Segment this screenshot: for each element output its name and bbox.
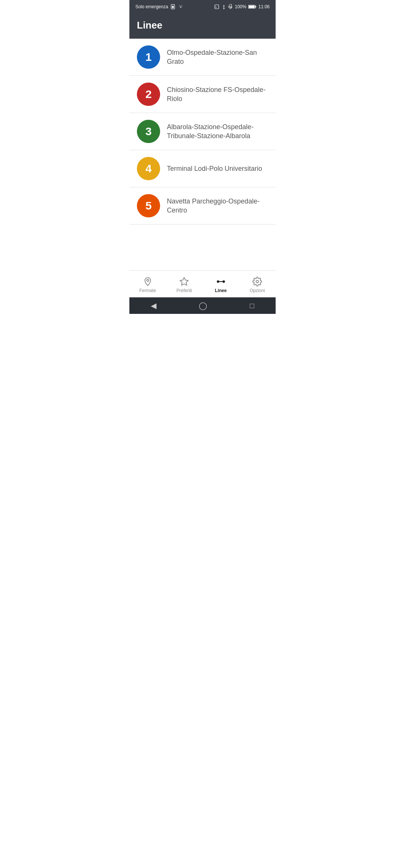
emergency-text: Solo emergenza: [135, 4, 168, 9]
nfc-icon: N: [214, 4, 219, 9]
line-name-4: Terminal Lodi-Polo Universitario: [167, 164, 262, 173]
bottom-nav: Fermate Preferiti Linee Opzioni: [129, 270, 276, 297]
star-icon: [179, 277, 189, 286]
sim-icon: [170, 4, 176, 9]
nav-linee[interactable]: Linee: [202, 276, 239, 293]
line-badge-5: 5: [137, 194, 160, 217]
svg-rect-1: [172, 6, 174, 8]
svg-point-7: [147, 279, 148, 281]
battery-icon: [248, 5, 256, 9]
line-name-3: Albarola-Stazione-Ospedale-Tribunale-Sta…: [167, 122, 268, 141]
back-button[interactable]: ◀: [151, 301, 156, 310]
line-badge-3: 3: [137, 120, 160, 143]
line-item-3[interactable]: 3Albarola-Stazione-Ospedale-Tribunale-St…: [129, 113, 276, 150]
line-badge-2: 2: [137, 83, 160, 106]
opzioni-icon: [252, 276, 262, 286]
line-list: 1Olmo-Ospedale-Stazione-San Grato2Chiosi…: [129, 39, 276, 270]
battery-text: 100%: [235, 4, 246, 9]
nav-opzioni[interactable]: Opzioni: [239, 276, 276, 293]
location-pin-icon: [143, 277, 153, 286]
status-left: Solo emergenza: [135, 4, 184, 9]
status-bar: Solo emergenza N 100% 11:06: [129, 0, 276, 14]
line-item-1[interactable]: 1Olmo-Ospedale-Stazione-San Grato: [129, 39, 276, 76]
opzioni-label: Opzioni: [250, 288, 265, 293]
svg-point-8: [217, 281, 219, 282]
wifi-icon: [178, 5, 184, 9]
line-name-5: Navetta Parcheggio-Ospedale-Centro: [167, 197, 268, 215]
status-right: N 100% 11:06: [214, 4, 270, 9]
mute-icon: [228, 4, 233, 9]
line-badge-1: 1: [137, 45, 160, 69]
svg-point-11: [256, 280, 259, 283]
line-badge-4: 4: [137, 157, 160, 180]
home-button[interactable]: ◯: [199, 301, 207, 310]
recents-button[interactable]: □: [250, 301, 254, 310]
app-header: Linee: [129, 14, 276, 39]
line-item-5[interactable]: 5Navetta Parcheggio-Ospedale-Centro: [129, 187, 276, 225]
line-name-1: Olmo-Ospedale-Stazione-San Grato: [167, 48, 268, 66]
svg-rect-5: [255, 6, 256, 8]
gear-icon: [252, 277, 262, 286]
linee-icon: [216, 276, 226, 286]
svg-text:N: N: [215, 6, 217, 8]
fermate-label: Fermate: [139, 288, 156, 293]
fermate-icon: [143, 276, 153, 286]
time-text: 11:06: [258, 4, 270, 9]
page-title: Linee: [137, 20, 268, 31]
nav-preferiti[interactable]: Preferiti: [166, 276, 203, 293]
svg-rect-6: [249, 6, 255, 8]
svg-point-9: [223, 281, 224, 282]
preferiti-label: Preferiti: [177, 288, 192, 293]
nav-fermate[interactable]: Fermate: [129, 276, 166, 293]
line-item-2[interactable]: 2Chiosino-Stazione FS-Ospedale-Riolo: [129, 76, 276, 113]
line-item-4[interactable]: 4Terminal Lodi-Polo Universitario: [129, 150, 276, 187]
line-name-2: Chiosino-Stazione FS-Ospedale-Riolo: [167, 85, 268, 104]
linee-label: Linee: [215, 288, 226, 293]
bluetooth-icon: [221, 4, 226, 9]
route-icon: [216, 277, 226, 286]
preferiti-icon: [179, 276, 189, 286]
system-nav-bar: ◀ ◯ □: [129, 297, 276, 314]
